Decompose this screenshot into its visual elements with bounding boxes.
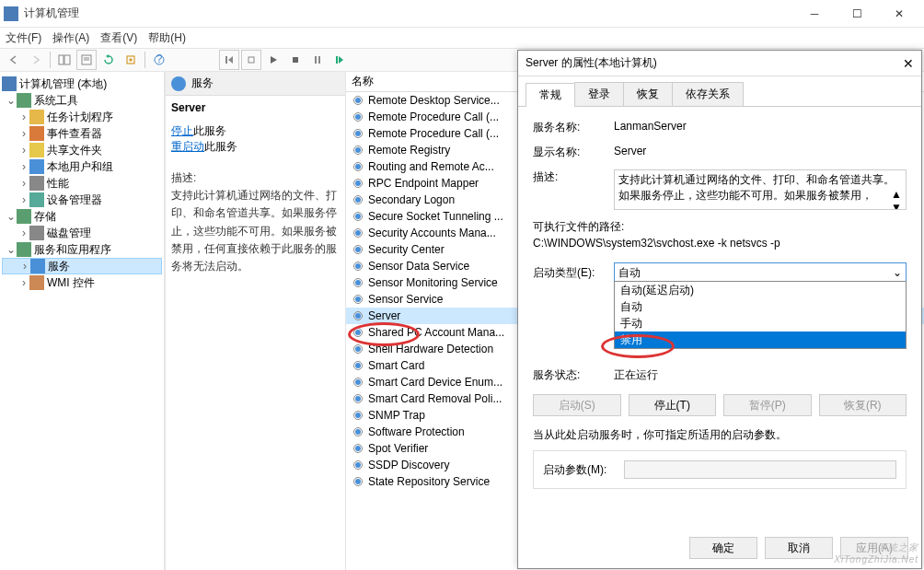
tree-item[interactable]: ›性能 — [2, 175, 162, 192]
start-button[interactable]: 启动(S) — [533, 394, 621, 416]
dialog-footer: 确定 取消 应用(A) — [689, 537, 908, 559]
tree-item[interactable]: ›服务 — [2, 258, 162, 274]
gear-icon — [352, 260, 364, 273]
menu-file[interactable]: 文件(F) — [6, 30, 41, 46]
restart-service-link[interactable]: 重启动 — [171, 140, 204, 153]
pause-button[interactable] — [307, 50, 328, 70]
startup-hint: 当从此处启动服务时，你可指定所适用的启动参数。 — [533, 427, 907, 443]
pause-button[interactable]: 暂停(P) — [723, 394, 812, 416]
tree-item[interactable]: ›设备管理器 — [2, 192, 162, 208]
description-label: 描述: — [533, 169, 614, 185]
apply-button[interactable]: 应用(A) — [840, 537, 908, 559]
option-auto-delayed[interactable]: 自动(延迟启动) — [615, 282, 906, 298]
option-auto[interactable]: 自动 — [615, 298, 906, 315]
app-icon — [4, 6, 18, 21]
gear-icon — [352, 243, 364, 256]
display-name-value: Server — [614, 145, 907, 157]
option-disabled[interactable]: 禁用 — [615, 332, 906, 348]
service-name-value: LanmanServer — [614, 120, 907, 133]
display-name-label: 显示名称: — [533, 145, 614, 160]
media-prev-button[interactable] — [219, 50, 239, 70]
svg-rect-13 — [336, 56, 338, 64]
refresh-button[interactable] — [98, 50, 119, 70]
gear-icon — [352, 177, 364, 190]
tab-logon[interactable]: 登录 — [574, 82, 624, 106]
stop-button[interactable]: 停止(T) — [629, 394, 717, 416]
tab-dependencies[interactable]: 依存关系 — [672, 82, 744, 106]
dialog-title: Server 的属性(本地计算机) — [526, 55, 657, 71]
stop-service-link[interactable]: 停止 — [171, 124, 193, 137]
ok-button[interactable]: 确定 — [689, 537, 757, 559]
service-status-label: 服务状态: — [533, 367, 614, 383]
menu-view[interactable]: 查看(V) — [100, 30, 137, 46]
nav-tree[interactable]: 计算机管理 (本地) ⌄系统工具›任务计划程序›事件查看器›共享文件夹›本地用户… — [0, 72, 164, 570]
close-button[interactable]: ✕ — [878, 0, 920, 28]
gear-icon — [352, 293, 364, 306]
list-header-name: 名称 — [352, 74, 374, 89]
maximize-button[interactable]: ☐ — [836, 0, 878, 28]
tree-item[interactable]: ›任务计划程序 — [2, 109, 162, 125]
gear-icon — [352, 111, 364, 123]
tree-item[interactable]: ›WMI 控件 — [2, 274, 162, 291]
tab-general[interactable]: 常规 — [526, 83, 575, 107]
tree-group[interactable]: ⌄系统工具 — [2, 92, 162, 109]
gear-icon — [352, 425, 364, 438]
menu-bar: 文件(F) 操作(A) 查看(V) 帮助(H) — [0, 28, 924, 48]
option-manual[interactable]: 手动 — [615, 315, 906, 332]
svg-rect-0 — [59, 55, 64, 64]
restart-button[interactable] — [329, 50, 350, 70]
gear-icon — [352, 475, 364, 488]
properties-button[interactable] — [76, 50, 97, 70]
minimize-button[interactable]: ─ — [793, 0, 836, 28]
gear-icon — [352, 376, 364, 389]
exe-path-label: 可执行文件的路径: — [533, 219, 907, 235]
media-box-button[interactable] — [241, 50, 261, 70]
tree-group[interactable]: ⌄存储 — [2, 208, 162, 225]
restart-suffix: 此服务 — [204, 140, 237, 153]
svg-rect-11 — [315, 56, 317, 64]
cancel-button[interactable]: 取消 — [765, 537, 833, 559]
startup-type-dropdown[interactable]: 自动(延迟启动) 自动 手动 禁用 — [614, 281, 907, 349]
forward-button[interactable] — [26, 50, 46, 70]
dialog-close-button[interactable]: ✕ — [903, 56, 914, 71]
stop-button[interactable] — [285, 50, 306, 70]
show-hide-button[interactable] — [54, 50, 75, 70]
desc-text: 支持此计算机通过网络的文件、打印、和命名管道共享。如果服务停止，这些功能不可用。… — [171, 187, 340, 275]
gear-icon — [352, 160, 364, 173]
gear-icon — [352, 359, 364, 372]
start-params-input — [624, 460, 896, 479]
play-button[interactable] — [263, 50, 283, 70]
resume-button[interactable]: 恢复(R) — [819, 394, 907, 416]
gear-icon — [352, 276, 364, 289]
gear-icon — [352, 326, 364, 339]
svg-rect-8 — [225, 56, 227, 64]
startup-type-label: 启动类型(E): — [533, 265, 614, 281]
tree-root[interactable]: 计算机管理 (本地) — [2, 76, 162, 92]
tree-root-label: 计算机管理 (本地) — [19, 76, 107, 92]
desc-label: 描述: — [171, 169, 340, 187]
tree-item[interactable]: ›事件查看器 — [2, 125, 162, 142]
service-name-label: 服务名称: — [533, 120, 614, 135]
dialog-title-bar[interactable]: Server 的属性(本地计算机) ✕ — [518, 51, 921, 76]
tree-item[interactable]: ›共享文件夹 — [2, 142, 162, 158]
menu-action[interactable]: 操作(A) — [52, 30, 89, 46]
svg-rect-1 — [64, 55, 70, 64]
tree-group[interactable]: ⌄服务和应用程序 — [2, 241, 162, 258]
gear-icon — [352, 409, 364, 422]
menu-help[interactable]: 帮助(H) — [148, 30, 186, 46]
service-detail-pane: 服务 Server 停止此服务 重启动此服务 描述:支持此计算机通过网络的文件、… — [166, 72, 346, 570]
export-button[interactable] — [121, 50, 141, 70]
properties-dialog: Server 的属性(本地计算机) ✕ 常规 登录 恢复 依存关系 服务名称:L… — [517, 50, 922, 569]
gear-icon — [352, 309, 364, 322]
svg-rect-9 — [248, 57, 254, 63]
start-params-label: 启动参数(M): — [543, 462, 624, 478]
svg-rect-10 — [293, 57, 298, 63]
startup-type-combo[interactable]: 自动⌄ — [614, 262, 907, 283]
tree-item[interactable]: ›磁盘管理 — [2, 225, 162, 241]
tree-item[interactable]: ›本地用户和组 — [2, 158, 162, 175]
tab-recovery[interactable]: 恢复 — [623, 82, 673, 106]
back-button[interactable] — [4, 50, 24, 70]
dialog-tabs: 常规 登录 恢复 依存关系 — [518, 76, 921, 107]
description-box[interactable]: 支持此计算机通过网络的文件、打印、和命名管道共享。如果服务停止，这些功能不可用。… — [614, 169, 907, 210]
help-button[interactable]: ? — [149, 50, 169, 70]
